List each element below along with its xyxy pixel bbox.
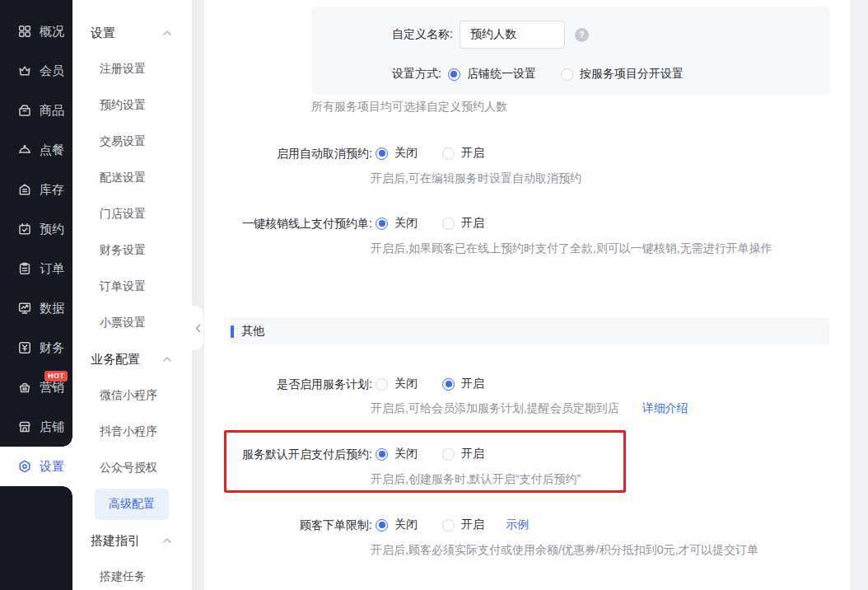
service-plan-helper: 开启后,可给会员添加服务计划,提醒会员定期到店详细介绍: [371, 400, 688, 415]
submenu-item-register-settings[interactable]: 注册设置: [72, 51, 192, 87]
sidebar-item-label: 营销: [40, 380, 64, 396]
custom-name-input[interactable]: [460, 21, 565, 49]
help-icon[interactable]: [575, 28, 589, 42]
auto-cancel-label: 启用自动取消预约:: [204, 146, 372, 161]
submenu-group-setup-guide[interactable]: 搭建指引: [72, 522, 192, 559]
submenu-item-wechat-miniprogram[interactable]: 微信小程序: [72, 377, 192, 414]
sidebar-item-label: 店铺: [40, 419, 64, 435]
submenu-item-finance-settings[interactable]: 财务设置: [72, 232, 192, 269]
mode-option-unified[interactable]: 店铺统一设置: [448, 67, 536, 82]
submenu-item-douyin-miniprogram[interactable]: 抖音小程序: [72, 414, 192, 450]
submenu-item-delivery-settings[interactable]: 配送设置: [72, 160, 192, 196]
sidebar-item-products[interactable]: 商品: [0, 91, 72, 130]
calendar-check-icon: [17, 222, 32, 236]
sidebar-item-label: 预约: [40, 222, 64, 237]
sidebar-item-members[interactable]: 会员: [0, 51, 72, 91]
submenu-item-advanced-config[interactable]: 高级配置: [72, 486, 192, 522]
grid-icon: [17, 24, 32, 39]
submenu-item-trade-settings[interactable]: 交易设置: [72, 124, 192, 160]
sidebar-item-finance[interactable]: 财务: [0, 328, 72, 368]
section-other: 其他: [229, 317, 829, 345]
submenu-item-setup-tasks[interactable]: 搭建任务: [72, 559, 192, 590]
radio-unselected-icon[interactable]: [561, 68, 573, 81]
radio-option-on[interactable]: 开启: [442, 377, 484, 391]
radio-option-on[interactable]: 开启: [442, 447, 484, 461]
chevron-left-icon: [195, 324, 201, 333]
chevron-up-icon: [163, 538, 171, 543]
radio-unselected-icon[interactable]: [442, 148, 455, 160]
service-plan-radios: 关闭 开启: [376, 377, 484, 391]
sidebar-item-appointments[interactable]: 预约: [0, 209, 72, 249]
radio-option-off[interactable]: 关闭: [376, 517, 418, 532]
radio-selected-icon[interactable]: [442, 378, 455, 391]
order-limit-radios: 关闭 开启 示例: [376, 517, 529, 532]
hot-badge: HOT: [44, 371, 68, 382]
submenu-item-appointment-settings[interactable]: 预约设置: [72, 87, 192, 124]
sidebar-item-overview[interactable]: 概况: [0, 12, 72, 51]
sidebar-item-label: 财务: [40, 340, 64, 356]
radio-option-off[interactable]: 关闭: [376, 377, 418, 391]
rounded-corner: [63, 486, 72, 496]
submenu-group-title: 业务配置: [91, 352, 140, 368]
sidebar-item-label: 商品: [40, 103, 64, 119]
detail-intro-link[interactable]: 详细介绍: [642, 401, 688, 414]
one-click-verify-helper: 开启后,如果顾客已在线上预约时支付了全款,则可以一键核销,无需进行开单操作: [371, 241, 772, 255]
submenu-group-settings[interactable]: 设置: [72, 15, 192, 51]
radio-selected-icon[interactable]: [376, 448, 388, 461]
radio-option-on[interactable]: 开启: [442, 146, 484, 161]
dish-cloche-icon: [17, 143, 32, 157]
sidebar-item-inventory[interactable]: 库存: [0, 170, 72, 209]
sidebar-item-marketing[interactable]: 营销 HOT: [0, 368, 72, 407]
one-click-verify-label: 一键核销线上支付预约单:: [204, 216, 372, 231]
sidebar-item-data[interactable]: 数据: [0, 288, 72, 328]
submenu-item-official-account-auth[interactable]: 公众号授权: [72, 450, 192, 486]
storefront-icon: [17, 419, 32, 434]
pay-then-book-label: 服务默认开启支付后预约:: [204, 447, 372, 461]
scrollbar-track: [850, 0, 868, 590]
yen-square-icon: [17, 340, 32, 355]
submenu-item-receipt-settings[interactable]: 小票设置: [72, 305, 192, 341]
gear-icon: [17, 459, 32, 474]
sidebar-item-label: 概况: [40, 24, 64, 40]
advanced-config-content: 自定义名称: 设置方式: 店铺统一设置 按服务项目分开设置 所有服务项目均可选择…: [204, 0, 850, 590]
monitor-chart-icon: [17, 301, 32, 316]
crown-icon: [17, 63, 32, 78]
custom-name-panel: 自定义名称: 设置方式: 店铺统一设置 按服务项目分开设置: [311, 7, 830, 95]
radio-option-off[interactable]: 关闭: [376, 447, 418, 461]
submenu-item-order-settings[interactable]: 订单设置: [72, 269, 192, 305]
auto-cancel-helper: 开启后,可在编辑服务时设置自动取消预约: [371, 171, 581, 185]
sidebar-item-store[interactable]: 店铺: [0, 407, 72, 447]
sidebar-item-orders[interactable]: 订单: [0, 249, 72, 288]
clipboard-icon: [17, 261, 32, 276]
settings-submenu: 设置 注册设置 预约设置 交易设置 配送设置 门店设置 财务设置 订单设置 小票…: [72, 0, 192, 590]
warehouse-icon: [17, 182, 32, 197]
app-root: 概况 会员 商品 点餐 库存 预约 订单 数据: [0, 0, 868, 590]
submenu-group-title: 搭建指引: [91, 533, 140, 549]
submenu-item-branch-settings[interactable]: 门店设置: [72, 196, 192, 232]
sidebar-item-ordering[interactable]: 点餐: [0, 130, 72, 170]
mode-option-per-service[interactable]: 按服务项目分开设置: [561, 67, 684, 82]
order-limit-label: 顾客下单限制:: [204, 517, 372, 532]
radio-selected-icon[interactable]: [376, 218, 388, 230]
pay-then-book-helper: 开启后,创建服务时,默认开启“支付后预约”: [371, 471, 581, 486]
radio-selected-icon[interactable]: [376, 148, 388, 160]
radio-unselected-icon[interactable]: [376, 378, 388, 391]
order-limit-helper: 开启后,顾客必须实际支付或使用余额/优惠券/积分抵扣到0元,才可以提交订单: [371, 542, 758, 557]
radio-unselected-icon[interactable]: [442, 218, 455, 230]
rounded-corner: [63, 437, 72, 447]
sidebar-item-label: 设置: [40, 459, 64, 475]
auto-cancel-radios: 关闭 开启: [376, 146, 484, 161]
radio-unselected-icon[interactable]: [442, 448, 455, 461]
sidebar-item-settings[interactable]: 设置: [0, 447, 72, 486]
radio-option-on[interactable]: 开启: [442, 517, 484, 532]
radio-selected-icon[interactable]: [376, 519, 388, 531]
radio-option-on[interactable]: 开启: [442, 216, 484, 231]
radio-option-off[interactable]: 关闭: [376, 216, 418, 231]
radio-unselected-icon[interactable]: [442, 519, 455, 531]
submenu-group-business-config[interactable]: 业务配置: [72, 341, 192, 377]
basket-icon: [17, 380, 32, 395]
radio-selected-icon[interactable]: [448, 68, 460, 81]
example-link[interactable]: 示例: [506, 517, 529, 532]
sidebar-collapse-handle[interactable]: [192, 306, 203, 350]
radio-option-off[interactable]: 关闭: [376, 146, 418, 161]
